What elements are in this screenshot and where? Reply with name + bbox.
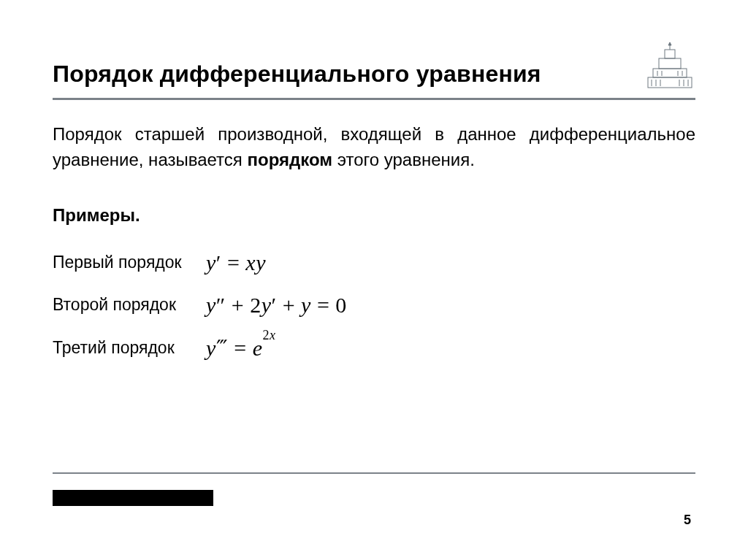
header-row: Порядок дифференциального уравнения <box>53 41 695 95</box>
example-formula-2: y″ + 2y′ + y = 0 <box>206 293 347 318</box>
example-formula-3: y‴ = e2x <box>206 335 276 361</box>
definition-bold-term: порядком <box>247 150 332 169</box>
svg-rect-1 <box>653 69 687 77</box>
slide: Порядок дифференциального уравнения <box>0 0 748 560</box>
example-row-3: Третий порядок y‴ = e2x <box>53 335 695 361</box>
divider-bottom <box>53 472 695 474</box>
msu-building-icon <box>644 41 695 92</box>
svg-rect-0 <box>648 77 692 88</box>
example-label-3: Третий порядок <box>53 338 206 358</box>
footer-black-bar <box>53 490 213 506</box>
example-label-1: Первый порядок <box>53 253 206 272</box>
example-formula-1: y′ = xy <box>206 250 266 275</box>
definition-post: этого уравнения. <box>332 150 475 169</box>
slide-title: Порядок дифференциального уравнения <box>53 61 541 88</box>
svg-marker-5 <box>668 42 671 45</box>
example-row-1: Первый порядок y′ = xy <box>53 250 695 275</box>
examples-list: Первый порядок y′ = xy Второй порядок y″… <box>53 250 695 361</box>
examples-heading: Примеры. <box>53 205 695 226</box>
divider-top <box>53 98 695 100</box>
definition-text: Порядок старшей производной, входящей в … <box>53 122 695 173</box>
example-row-2: Второй порядок y″ + 2y′ + y = 0 <box>53 293 695 318</box>
svg-rect-3 <box>665 50 675 58</box>
examples-label-text: Примеры <box>53 205 135 225</box>
svg-rect-2 <box>659 58 681 69</box>
page-number: 5 <box>684 513 691 528</box>
example-label-2: Второй порядок <box>53 295 206 315</box>
examples-label-dot: . <box>135 205 140 225</box>
slide-body: Порядок старшей производной, входящей в … <box>53 122 695 361</box>
